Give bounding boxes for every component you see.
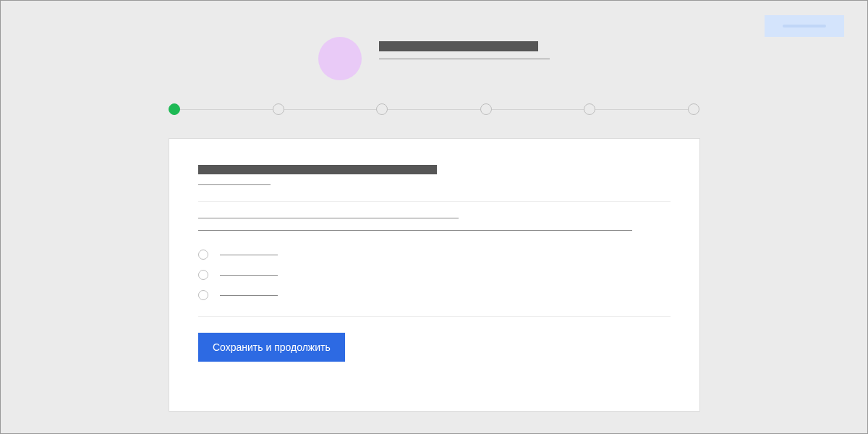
page-header — [318, 37, 550, 80]
save-continue-button[interactable]: Сохранить и продолжить — [198, 333, 345, 362]
radio-option-3[interactable] — [198, 290, 671, 300]
radio-icon — [198, 290, 208, 300]
question-line-1 — [198, 218, 459, 218]
radio-option-2[interactable] — [198, 270, 671, 280]
step-connector — [180, 109, 273, 110]
top-action-button[interactable] — [765, 15, 844, 37]
radio-icon — [198, 270, 208, 280]
step-connector — [284, 109, 377, 110]
divider — [198, 201, 671, 202]
radio-icon — [198, 250, 208, 260]
step-3[interactable] — [376, 103, 388, 115]
question-line-2 — [198, 230, 632, 231]
step-connector — [388, 109, 480, 110]
step-connector — [492, 109, 584, 110]
page-title — [379, 41, 538, 51]
radio-option-1[interactable] — [198, 250, 671, 260]
page-subtitle — [379, 59, 550, 59]
divider — [198, 316, 671, 317]
avatar-icon — [318, 37, 362, 80]
step-connector — [595, 109, 688, 110]
form-heading — [198, 165, 437, 174]
step-1[interactable] — [169, 103, 180, 115]
step-5[interactable] — [584, 103, 595, 115]
step-6[interactable] — [688, 103, 699, 115]
step-2[interactable] — [273, 103, 284, 115]
step-4[interactable] — [480, 103, 492, 115]
radio-group — [198, 250, 671, 300]
form-card: Сохранить и продолжить — [169, 138, 700, 412]
radio-label — [220, 295, 278, 296]
header-text — [379, 37, 550, 59]
top-action-label — [783, 25, 826, 27]
radio-label — [220, 255, 278, 255]
progress-stepper — [169, 103, 699, 115]
radio-label — [220, 275, 278, 276]
form-subheading — [198, 184, 271, 185]
